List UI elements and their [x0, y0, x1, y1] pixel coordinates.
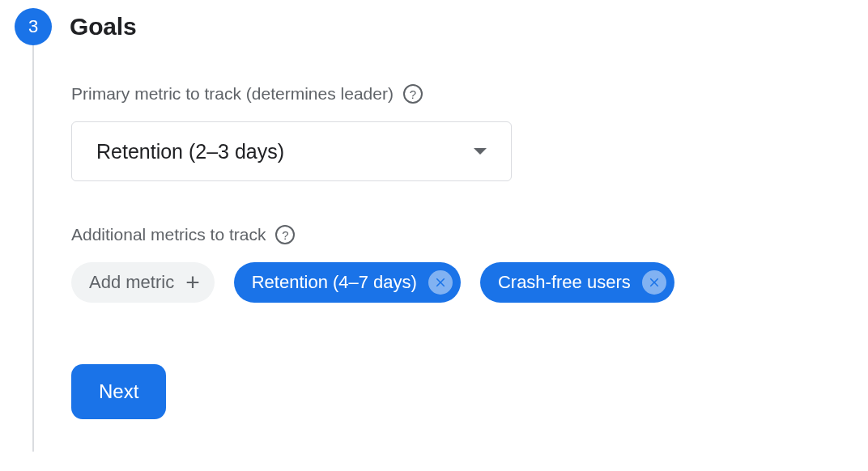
primary-metric-value: Retention (2–3 days) [96, 140, 284, 163]
additional-metrics-label: Additional metrics to track ? [71, 225, 868, 244]
help-icon[interactable]: ? [275, 225, 295, 244]
step-header: 3 Goals [0, 0, 868, 45]
step-number-badge: 3 [15, 8, 52, 45]
step-title: Goals [70, 13, 136, 40]
chevron-down-icon [474, 148, 487, 155]
metric-chip[interactable]: Crash-free users [480, 262, 674, 303]
help-icon[interactable]: ? [403, 84, 423, 104]
step-body: Primary metric to track (determines lead… [32, 45, 868, 452]
metric-chip[interactable]: Retention (4–7 days) [234, 262, 461, 303]
close-icon [647, 275, 662, 290]
additional-metrics-label-text: Additional metrics to track [71, 225, 266, 244]
next-button[interactable]: Next [71, 364, 166, 419]
primary-metric-label-text: Primary metric to track (determines lead… [71, 84, 394, 104]
primary-metric-label: Primary metric to track (determines lead… [71, 84, 868, 104]
add-metric-button[interactable]: Add metric + [71, 262, 215, 303]
remove-metric-button[interactable] [642, 270, 666, 295]
primary-metric-select[interactable]: Retention (2–3 days) [71, 121, 512, 181]
add-metric-label: Add metric [89, 272, 174, 293]
close-icon [433, 275, 448, 290]
remove-metric-button[interactable] [428, 270, 453, 295]
plus-icon: + [185, 270, 200, 295]
metrics-chips-row: Add metric + Retention (4–7 days) Crash-… [71, 262, 868, 303]
metric-chip-label: Crash-free users [498, 272, 631, 293]
metric-chip-label: Retention (4–7 days) [252, 272, 417, 293]
